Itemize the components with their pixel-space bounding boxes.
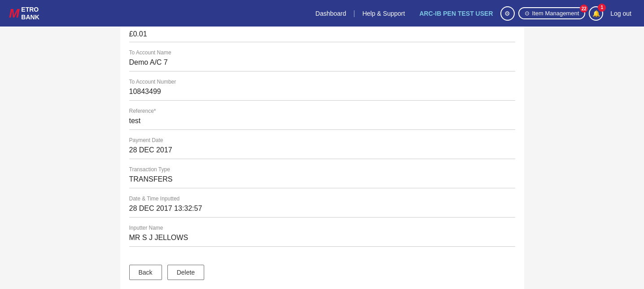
notification-badge: 1 (598, 4, 606, 12)
header-icons: ⚙ ⊙ Item Management 22 🔔 1 Log out (500, 6, 635, 21)
gear-icon: ⚙ (504, 10, 510, 17)
reference-field: Reference* test (129, 101, 515, 130)
date-time-inputted-label: Date & Time Inputted (129, 196, 515, 202)
item-management-badge: 22 (580, 4, 588, 13)
logo: M ETRO BANK (9, 6, 39, 21)
nav-divider: | (353, 9, 355, 18)
user-name: ARC-IB PEN TEST USER (412, 10, 500, 17)
payment-date-field: Payment Date 28 DEC 2017 (129, 130, 515, 159)
header-nav: Dashboard | Help & Support ARC-IB PEN TE… (308, 9, 500, 18)
header: M ETRO BANK Dashboard | Help & Support A… (0, 0, 644, 27)
back-button[interactable]: Back (129, 265, 162, 280)
to-account-number-field: To Account Number 10843499 (129, 71, 515, 101)
settings-button[interactable]: ⚙ (500, 6, 515, 21)
transaction-type-label: Transaction Type (129, 166, 515, 173)
transaction-type-field: Transaction Type TRANSFERS (129, 159, 515, 188)
inputter-name-field: Inputter Name MR S J JELLOWS (129, 218, 515, 247)
delete-button[interactable]: Delete (167, 265, 204, 280)
item-management-button[interactable]: ⊙ Item Management 22 (518, 7, 586, 19)
button-row: Back Delete (129, 265, 515, 280)
logo-m-letter: M (9, 6, 19, 21)
notification-button[interactable]: 🔔 1 (589, 6, 603, 21)
reference-label: Reference* (129, 108, 515, 114)
help-support-link[interactable]: Help & Support (355, 10, 412, 17)
to-account-name-label: To Account Name (129, 49, 515, 56)
amount-value: £0.01 (129, 30, 515, 38)
dashboard-link[interactable]: Dashboard (308, 10, 354, 17)
payment-date-label: Payment Date (129, 137, 515, 143)
to-account-name-value: Demo A/C 7 (129, 58, 515, 67)
logo-text: ETRO BANK (21, 6, 39, 21)
transaction-type-value: TRANSFERS (129, 174, 515, 184)
logout-button[interactable]: Log out (607, 10, 635, 17)
to-account-number-label: To Account Number (129, 79, 515, 85)
main-content: £0.01 To Account Name Demo A/C 7 To Acco… (120, 27, 524, 289)
date-time-inputted-field: Date & Time Inputted 28 DEC 2017 13:32:5… (129, 188, 515, 218)
to-account-number-value: 10843499 (129, 87, 515, 97)
item-management-label: Item Management (532, 10, 579, 17)
inputter-name-value: MR S J JELLOWS (129, 233, 515, 243)
payment-date-value: 28 DEC 2017 (129, 145, 515, 155)
item-mgmt-icon: ⊙ (525, 10, 530, 17)
logo-bank: BANK (21, 13, 39, 21)
reference-value: test (129, 116, 515, 126)
to-account-name-field: To Account Name Demo A/C 7 (129, 42, 515, 71)
inputter-name-label: Inputter Name (129, 225, 515, 231)
amount-field: £0.01 (129, 27, 515, 42)
logo-etro: ETRO (21, 6, 39, 13)
date-time-inputted-value: 28 DEC 2017 13:32:57 (129, 204, 515, 213)
